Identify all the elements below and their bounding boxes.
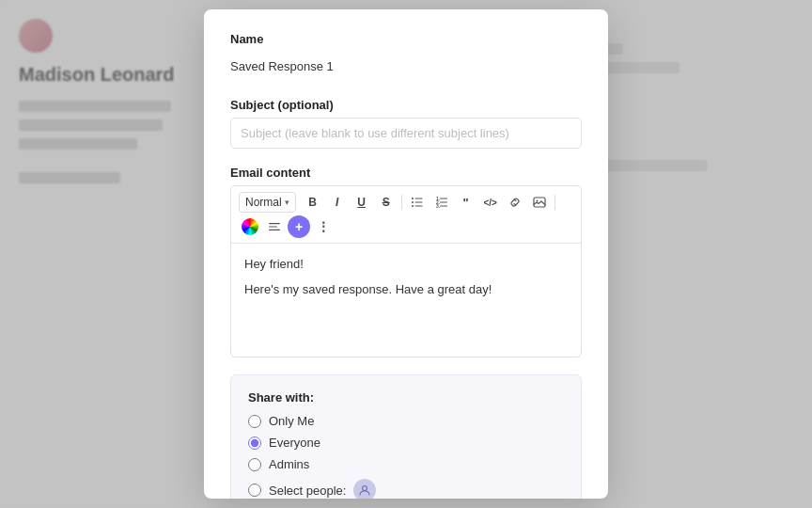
radio-everyone-label: Everyone (269, 436, 320, 450)
radio-option-only-me[interactable]: Only Me (248, 414, 564, 428)
underline-button[interactable]: U (351, 191, 373, 214)
svg-rect-1 (414, 198, 422, 199)
subject-label: Subject (optional) (230, 98, 582, 112)
link-button[interactable] (504, 191, 526, 214)
subject-input[interactable] (230, 118, 582, 149)
svg-rect-2 (412, 201, 414, 203)
insert-button[interactable]: + (288, 215, 310, 238)
select-people-wrapper: Select people: (269, 479, 376, 499)
svg-rect-16 (269, 230, 280, 230)
modal-dialog: Name Saved Response 1 Subject (optional)… (204, 9, 608, 499)
toolbar-separator-2 (554, 195, 555, 210)
svg-point-13 (536, 200, 538, 202)
svg-point-17 (363, 486, 367, 491)
svg-rect-3 (414, 202, 422, 203)
subject-field-group: Subject (optional) (230, 98, 582, 149)
radio-everyone[interactable] (248, 437, 261, 450)
svg-rect-14 (269, 223, 280, 224)
email-content-label: Email content (230, 166, 582, 180)
format-dropdown[interactable]: Normal ▾ (239, 192, 296, 213)
svg-rect-15 (269, 226, 277, 227)
radio-admins[interactable] (248, 458, 261, 471)
image-button[interactable] (528, 191, 551, 214)
svg-rect-0 (412, 198, 414, 199)
bullet-list-button[interactable] (406, 191, 429, 214)
toolbar-separator (401, 195, 402, 210)
svg-rect-5 (414, 206, 422, 207)
color-dot-icon (242, 218, 258, 235)
numbered-list-button[interactable]: 1. 2. 3. (430, 191, 453, 214)
name-label: Name (230, 32, 582, 46)
name-value: Saved Response 1 (230, 52, 582, 81)
select-people-icon[interactable] (353, 479, 376, 499)
italic-button[interactable]: I (326, 191, 349, 214)
editor-line-1: Hey friend! (244, 255, 568, 275)
share-with-title: Share with: (248, 390, 564, 405)
color-button[interactable] (239, 215, 261, 238)
svg-rect-9 (440, 202, 447, 203)
radio-select-people-label: Select people: (269, 484, 346, 498)
email-content-group: Email content Normal ▾ B I U S (230, 166, 582, 357)
email-editor: Normal ▾ B I U S (230, 185, 582, 357)
share-with-panel: Share with: Only Me Everyone Admins Sele… (230, 374, 582, 499)
blockquote-button[interactable]: " (455, 191, 477, 214)
radio-only-me-label: Only Me (269, 414, 314, 428)
svg-rect-4 (412, 205, 414, 207)
more-options-button[interactable]: ⋮ (312, 215, 335, 238)
editor-toolbar: Normal ▾ B I U S (231, 186, 581, 244)
bold-button[interactable]: B (302, 191, 324, 214)
radio-only-me[interactable] (248, 415, 261, 428)
radio-select-people[interactable] (248, 484, 261, 497)
editor-body[interactable]: Hey friend! Here's my saved response. Ha… (231, 244, 581, 357)
code-button[interactable]: </> (479, 191, 502, 214)
editor-line-2: Here's my saved response. Have a great d… (244, 280, 568, 300)
radio-option-select-people[interactable]: Select people: (248, 479, 564, 499)
radio-option-everyone[interactable]: Everyone (248, 436, 564, 450)
chevron-down-icon: ▾ (285, 198, 289, 207)
name-field-group: Name Saved Response 1 (230, 32, 582, 81)
svg-rect-11 (440, 206, 447, 207)
format-label: Normal (245, 196, 282, 209)
align-button[interactable] (263, 215, 286, 238)
svg-rect-7 (440, 198, 447, 199)
modal-overlay: Name Saved Response 1 Subject (optional)… (0, 0, 812, 508)
radio-option-admins[interactable]: Admins (248, 457, 564, 471)
radio-admins-label: Admins (269, 457, 309, 471)
strikethrough-button[interactable]: S (375, 191, 398, 214)
